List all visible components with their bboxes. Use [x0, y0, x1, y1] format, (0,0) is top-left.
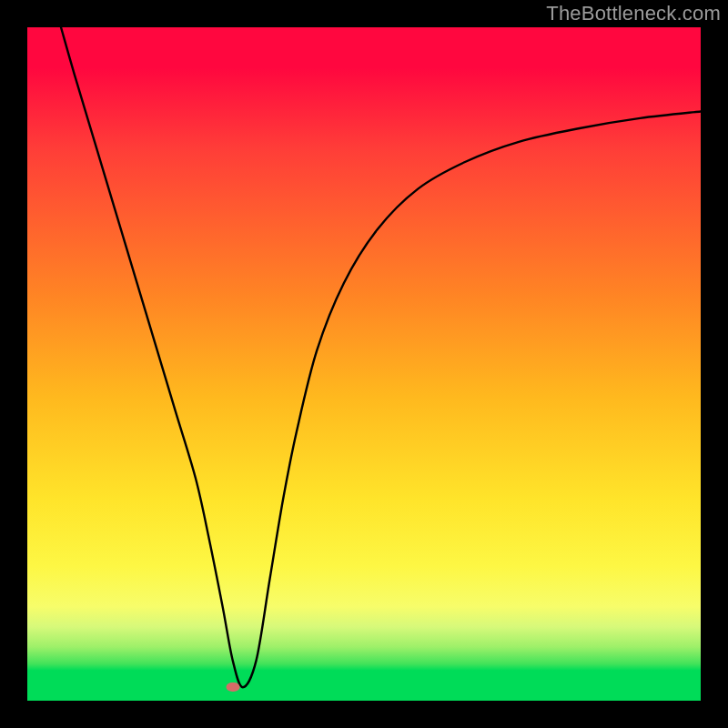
- plot-area: [27, 27, 701, 701]
- minimum-marker: [226, 682, 239, 692]
- curve-layer: [27, 27, 701, 701]
- chart-stage: TheBottleneck.com: [0, 0, 728, 728]
- bottleneck-curve-path: [61, 27, 701, 687]
- watermark-text: TheBottleneck.com: [546, 2, 721, 25]
